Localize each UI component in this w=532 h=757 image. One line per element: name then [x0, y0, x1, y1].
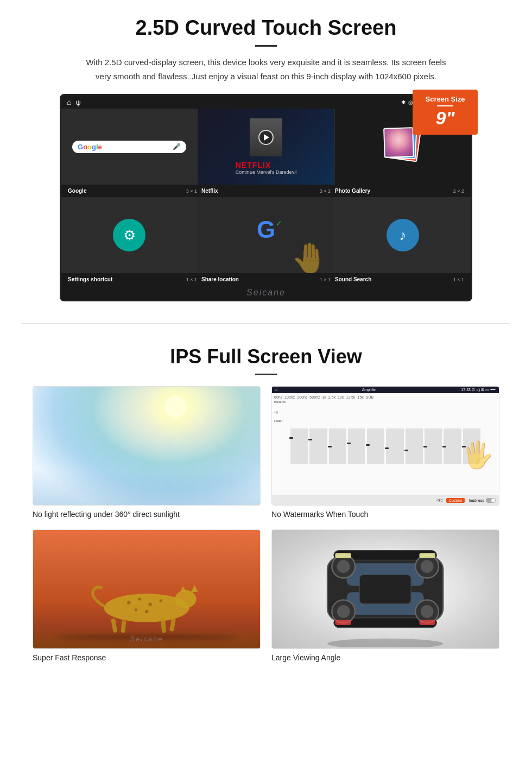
usb-icon: ψ [75, 98, 80, 106]
sunlight-caption: No light reflecting under 360° direct su… [33, 510, 261, 519]
photo-label-row: Photo Gallery 2 × 2 [333, 187, 466, 195]
app-grid-row2: ⚙ G ✓ 🤚 ♪ [61, 197, 471, 273]
share-label: Share location 1 × 1 [199, 275, 333, 283]
svg-point-23 [421, 560, 434, 573]
cell-labels-row2: Settings shortcut 1 × 1 Share location 1… [61, 273, 471, 286]
loudness-toggle-track[interactable] [486, 498, 496, 503]
svg-point-8 [127, 601, 131, 605]
slider-thumb-2 [308, 439, 312, 440]
svg-point-11 [160, 600, 162, 602]
amp-equalizer-bars: 🖐 [274, 424, 497, 467]
svg-point-21 [337, 560, 350, 573]
svg-rect-29 [420, 553, 436, 558]
section-divider-line [22, 323, 510, 324]
home-icon[interactable]: ⌂ [67, 98, 71, 106]
cell-labels-row1: Google 3 × 1 Netflix 3 × 2 Photo Gallery… [61, 185, 471, 197]
car-svg [289, 531, 482, 647]
sound-label-size: 1 × 1 [453, 277, 464, 282]
svg-marker-2 [191, 585, 198, 592]
svg-rect-30 [335, 620, 352, 625]
sound-label: Sound Search 1 × 1 [333, 275, 466, 283]
share-label-size: 1 × 1 [320, 277, 331, 282]
amp-home-icon: ⌂ [275, 388, 277, 392]
svg-rect-17 [360, 575, 411, 604]
netflix-app-cell[interactable]: NETFLIX Continue Marvel's Daredevil [198, 109, 334, 185]
section2-title-divider [255, 374, 277, 375]
sound-search-cell[interactable]: ♪ [335, 197, 471, 273]
amp-back-icon: ◁◁ [436, 498, 442, 502]
image-grid: No light reflecting under 360° direct su… [33, 386, 499, 662]
cheetah-item: Seicane Super Fast Response [33, 529, 261, 662]
cheetah-svg [45, 565, 249, 636]
slider-5 [367, 428, 384, 464]
slider-8 [425, 428, 442, 464]
share-location-cell[interactable]: G ✓ 🤚 [198, 197, 334, 273]
slider-thumb-9 [442, 446, 446, 447]
car-image-box [271, 529, 499, 649]
amplifier-screen: ⌂ Amplifier 17:33 ⊡ ◁) ⊠ ▭ ⟵ 60hz100hz20… [272, 387, 499, 505]
settings-label-size: 1 × 1 [186, 277, 197, 282]
badge-size: 9" [435, 108, 454, 128]
screen-watermark: Seicane [61, 286, 471, 300]
amp-bottom-bar: ◁◁ Custom loudness [272, 495, 499, 505]
car-background [272, 530, 499, 648]
svg-rect-28 [335, 553, 352, 558]
horizon [33, 470, 260, 505]
section1-description: With 2.5D curved-display screen, this de… [81, 55, 451, 83]
svg-point-32 [327, 639, 443, 647]
netflix-label-name: Netflix [201, 188, 218, 194]
svg-marker-3 [180, 586, 186, 592]
status-bar: ⌂ ψ ✱ ◎ ▾ 15:06 ⊡ ◁) ⊠ ▭ [61, 96, 471, 109]
slider-1 [290, 428, 308, 464]
google-search-bar[interactable]: Google 🎤 [72, 141, 186, 153]
amp-title: Amplifier [362, 388, 377, 392]
netflix-figure [250, 118, 282, 156]
custom-button[interactable]: Custom [446, 498, 465, 503]
share-label-name: Share location [201, 276, 239, 282]
badge-title: Screen Size [419, 95, 471, 103]
svg-point-9 [138, 598, 141, 601]
slider-4 [348, 428, 365, 464]
mic-icon[interactable]: 🎤 [173, 143, 181, 150]
svg-point-10 [148, 603, 152, 607]
netflix-label-size: 3 × 2 [320, 188, 331, 194]
loudness-label: loudness [469, 499, 484, 502]
title-divider [255, 45, 277, 47]
section1-title: 2.5D Curved Touch Screen [33, 16, 499, 40]
cheetah-background: Seicane [33, 530, 260, 648]
screen-size-badge: Screen Size 9" [413, 90, 478, 135]
slider-thumb-1 [289, 437, 293, 439]
badge-divider [437, 105, 453, 106]
google-label-size: 3 × 1 [186, 188, 197, 194]
slider-tracks [290, 427, 480, 465]
bluetooth-icon: ✱ [401, 99, 406, 105]
photo-label-name: Photo Gallery [335, 188, 370, 194]
google-label: Google 3 × 1 [66, 187, 199, 195]
google-label-name: Google [68, 188, 86, 194]
section-curved-screen: 2.5D Curved Touch Screen With 2.5D curve… [0, 0, 532, 312]
slider-6 [386, 428, 403, 464]
photo-label-size: 2 × 2 [453, 188, 464, 194]
app-grid-row1: Google 🎤 NETFLIX Continue [61, 109, 471, 185]
maps-checkmark: ✓ [276, 219, 282, 228]
svg-rect-4 [111, 619, 117, 633]
loudness-control: loudness [469, 498, 496, 503]
amplifier-item: ⌂ Amplifier 17:33 ⊡ ◁) ⊠ ▭ ⟵ 60hz100hz20… [271, 386, 499, 519]
slider-thumb-8 [423, 446, 427, 447]
flower-image [384, 128, 413, 157]
eq-sliders: 🖐 [274, 427, 497, 465]
device-screen: ⌂ ψ ✱ ◎ ▾ 15:06 ⊡ ◁) ⊠ ▭ [60, 94, 472, 301]
slider-thumb-4 [347, 443, 351, 444]
settings-app-cell[interactable]: ⚙ [61, 197, 197, 273]
google-app-cell[interactable]: Google 🎤 [61, 109, 197, 185]
svg-point-12 [135, 609, 137, 611]
car-item: Large Viewing Angle [271, 529, 499, 662]
sound-label-name: Sound Search [335, 276, 371, 282]
amplifier-caption: No Watermarks When Touch [271, 510, 499, 519]
play-button[interactable] [258, 130, 274, 145]
settings-icon: ⚙ [113, 219, 145, 251]
slider-thumb-7 [404, 450, 408, 451]
svg-point-27 [421, 605, 434, 619]
svg-rect-5 [121, 620, 126, 633]
share-content: G ✓ [198, 197, 334, 273]
